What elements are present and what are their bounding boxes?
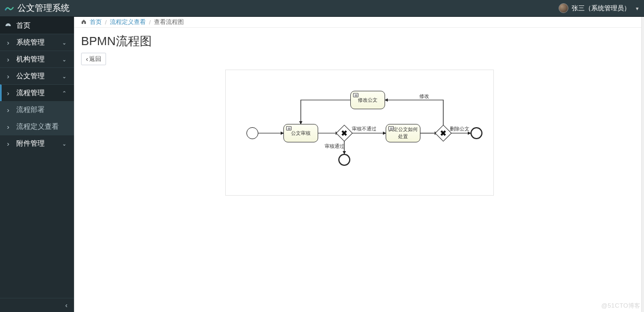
chevron-left-icon: ‹ xyxy=(86,55,88,63)
back-button-label: 返回 xyxy=(89,55,101,63)
bpmn-task-label: 公文审核 xyxy=(291,130,311,137)
chevron-down-icon: ⌄ xyxy=(62,141,69,147)
chevron-right-icon: › xyxy=(4,72,12,80)
svg-point-0 xyxy=(5,8,7,10)
task-icon xyxy=(353,93,358,97)
breadcrumb-level1[interactable]: 流程定义查看 xyxy=(110,18,146,26)
chevron-up-icon: ⌃ xyxy=(62,90,69,96)
sidebar-item-label: 流程部署 xyxy=(12,105,62,115)
toolbar: ‹ 返回 xyxy=(75,53,644,70)
sidebar-item-flow-def[interactable]: › 流程定义查看 xyxy=(0,118,74,135)
sidebar-item-label: 附件管理 xyxy=(12,139,62,148)
back-button[interactable]: ‹ 返回 xyxy=(81,53,106,65)
gateway-x-icon: ✖ xyxy=(339,128,350,139)
sidebar-item-system[interactable]: › 系统管理 ⌄ xyxy=(0,34,74,51)
breadcrumb: 首页 / 流程定义查看 / 查看流程图 xyxy=(75,17,644,28)
chevron-right-icon: › xyxy=(4,89,12,97)
bpmn-gateway-decide: ✖ xyxy=(435,124,451,141)
sidebar-item-org[interactable]: › 机构管理 ⌄ xyxy=(0,51,74,67)
sidebar-item-flow[interactable]: › 流程管理 ⌃ xyxy=(0,84,74,101)
breadcrumb-sep: / xyxy=(105,19,107,26)
avatar xyxy=(559,3,568,13)
brand-logo-icon xyxy=(4,3,14,13)
gateway-x-icon: ✖ xyxy=(438,128,449,139)
sidebar-item-attach[interactable]: › 附件管理 ⌄ xyxy=(0,135,74,152)
task-icon xyxy=(388,126,394,130)
bpmn-gateway-review: ✖ xyxy=(336,124,352,141)
svg-point-1 xyxy=(8,26,9,27)
breadcrumb-home[interactable]: 首页 xyxy=(90,18,102,26)
chevron-down-icon: ⌄ xyxy=(62,57,69,63)
user-display: 张三（系统管理员） xyxy=(572,4,630,13)
sidebar-item-label: 首页 xyxy=(12,21,62,30)
chevron-right-icon: › xyxy=(4,39,12,47)
sidebar: 首页 › 系统管理 ⌄ › 机构管理 ⌄ › 公文管理 ⌄ › 流程管理 ⌃ xyxy=(0,17,74,312)
topbar: 公文管理系统 张三（系统管理员） ▾ xyxy=(0,0,644,17)
sidebar-item-label: 系统管理 xyxy=(12,38,62,47)
home-icon xyxy=(81,19,86,26)
main-content: 首页 / 流程定义查看 / 查看流程图 BPMN流程图 ‹ 返回 xyxy=(74,17,644,312)
bpmn-label-delete: 删除公文 xyxy=(450,126,469,133)
bpmn-diagram: 公文审核 ✖ 审核不通过 审核通过 决定公文如何处置 ✖ 删除公文 xyxy=(225,70,494,196)
chevron-down-icon: ⌄ xyxy=(62,73,69,79)
sidebar-item-label: 流程管理 xyxy=(12,88,62,98)
bpmn-task-review: 公文审核 xyxy=(283,124,318,142)
breadcrumb-level2: 查看流程图 xyxy=(154,18,184,26)
sidebar-item-label: 机构管理 xyxy=(12,54,62,64)
sidebar-item-label: 流程定义查看 xyxy=(12,122,62,132)
bpmn-end-event-delete xyxy=(470,127,482,139)
bpmn-task-modify: 修改公文 xyxy=(350,91,385,109)
sidebar-item-label: 公文管理 xyxy=(12,71,62,81)
dashboard-icon xyxy=(4,22,12,29)
sidebar-item-doc[interactable]: › 公文管理 ⌄ xyxy=(0,67,74,84)
sidebar-item-flow-deploy[interactable]: › 流程部署 xyxy=(0,101,74,118)
chevron-down-icon: ▾ xyxy=(636,5,639,11)
task-icon xyxy=(286,126,292,130)
sidebar-item-home[interactable]: 首页 xyxy=(0,17,74,34)
chevron-left-icon: ‹ xyxy=(65,302,67,309)
app-title: 公文管理系统 xyxy=(17,3,70,14)
bpmn-label-pass: 审核通过 xyxy=(325,143,344,150)
chevron-right-icon: › xyxy=(4,140,12,148)
chevron-down-icon: ⌄ xyxy=(62,40,69,46)
chevron-right-icon: › xyxy=(4,123,12,131)
page-title: BPMN流程图 xyxy=(75,28,644,53)
bpmn-task-label: 修改公文 xyxy=(358,97,377,104)
bpmn-task-decide: 决定公文如何处置 xyxy=(386,124,420,142)
chevron-right-icon: › xyxy=(4,106,12,114)
breadcrumb-sep: / xyxy=(149,19,151,26)
chevron-right-icon: › xyxy=(4,55,12,64)
watermark: @51CTO博客 xyxy=(602,302,641,310)
bpmn-end-event-pass xyxy=(338,154,350,166)
sidebar-collapse-button[interactable]: ‹ xyxy=(0,298,74,312)
bpmn-start-event xyxy=(246,127,258,139)
bpmn-label-fail: 审核不通过 xyxy=(352,126,376,133)
user-menu[interactable]: 张三（系统管理员） ▾ xyxy=(559,3,639,13)
scrollbar[interactable] xyxy=(641,17,644,312)
bpmn-label-modify: 修改 xyxy=(419,93,429,100)
